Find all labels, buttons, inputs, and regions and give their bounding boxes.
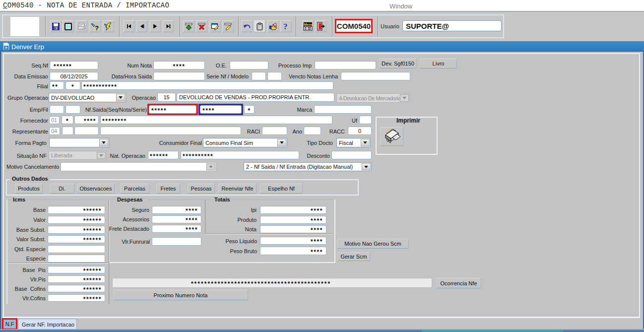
svg-text:?: ? [95, 24, 99, 31]
svg-text:?: ? [283, 22, 288, 31]
svg-text:Menu: Menu [304, 22, 313, 27]
